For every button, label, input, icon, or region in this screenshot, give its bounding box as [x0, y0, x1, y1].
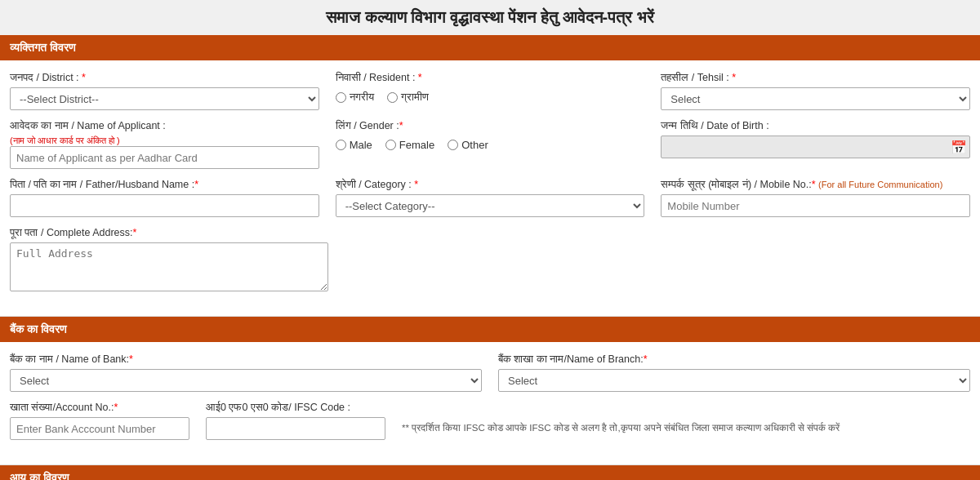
resident-gramin-label: ग्रामीण [401, 91, 429, 104]
address-label: पूरा पता / Complete Address:* [10, 227, 328, 239]
row-father-category-mobile: पिता / पति का नाम / Father/Husband Name … [10, 179, 970, 217]
gender-female-label: Female [399, 139, 434, 151]
field-ifsc: आई0 एफ0 एस0 कोड/ IFSC Code : [206, 402, 385, 440]
row-district-resident-tehsil: जनपद / District : * --Select District-- … [10, 72, 970, 110]
tehsil-select[interactable]: Select [661, 87, 970, 110]
gender-radio-group: Male Female Other [336, 139, 645, 151]
category-select[interactable]: --Select Category-- [336, 194, 645, 217]
mobile-note: (For all Future Communication) [818, 180, 942, 189]
income-section: आय का विवरण तहसीलदार द्वारा प्रदत्त आय-प… [0, 465, 980, 480]
dob-date-wrapper: 📅 [661, 136, 970, 158]
gender-other-label: Other [461, 139, 488, 151]
row-address: पूरा पता / Complete Address:* [10, 227, 970, 291]
resident-gramin-option[interactable]: ग्रामीण [387, 91, 429, 104]
bank-section-body: बैंक का नाम / Name of Bank:* Select बैंक… [0, 342, 980, 465]
ifsc-input[interactable] [206, 417, 385, 440]
dob-label: जन्म तिथि / Date of Birth : [661, 120, 970, 132]
bank-name-label: बैंक का नाम / Name of Bank:* [10, 353, 482, 366]
personal-section-header: व्यक्तिगत विवरण [0, 35, 980, 60]
branch-name-label: बैंक शाखा का नाम/Name of Branch:* [498, 353, 970, 366]
account-no-label: खाता संख्या/Account No.:* [10, 402, 189, 414]
field-gender: लिंग / Gender :* Male Female Other [336, 120, 645, 151]
calendar-icon[interactable]: 📅 [951, 140, 967, 155]
mobile-label: सम्पर्क सूत्र (मोबाइल नं) / Mobile No.:*… [661, 179, 970, 191]
applicant-name-note: (नाम जो आधार कार्ड पर अंकित हो ) [10, 136, 319, 146]
resident-gramin-radio[interactable] [387, 92, 398, 103]
field-tehsil: तहसील / Tehsil : * Select [661, 72, 970, 110]
gender-other-option[interactable]: Other [448, 139, 488, 151]
gender-male-label: Male [350, 139, 372, 151]
dob-input[interactable] [661, 136, 970, 158]
row-name-gender-dob: आवेदक का नाम / Name of Applicant : (नाम … [10, 120, 970, 169]
bank-section-header: बैंक का विवरण [0, 317, 980, 342]
father-husband-input[interactable] [10, 194, 319, 217]
gender-female-radio[interactable] [385, 140, 396, 150]
address-textarea[interactable] [10, 242, 328, 291]
field-ifsc-note: ** प्रदर्शित किया IFSC कोड आपके IFSC कोड… [402, 402, 970, 433]
bank-section: बैंक का विवरण बैंक का नाम / Name of Bank… [0, 317, 980, 465]
applicant-name-label: आवेदक का नाम / Name of Applicant : [10, 120, 319, 132]
district-select[interactable]: --Select District-- [10, 87, 319, 110]
field-branch-name: बैंक शाखा का नाम/Name of Branch:* Select [498, 353, 970, 392]
field-district: जनपद / District : * --Select District-- [10, 72, 319, 110]
gender-other-radio[interactable] [448, 140, 458, 150]
field-father-husband: पिता / पति का नाम / Father/Husband Name … [10, 179, 319, 217]
field-resident: निवासी / Resident : * नगरीय ग्रामीण [336, 72, 645, 104]
gender-male-option[interactable]: Male [336, 139, 372, 151]
ifsc-label: आई0 एफ0 एस0 कोड/ IFSC Code : [206, 402, 385, 414]
tehsil-label: तहसील / Tehsil : * [661, 72, 970, 84]
branch-name-select[interactable]: Select [498, 369, 970, 392]
account-no-input[interactable] [10, 417, 189, 440]
personal-section-body: जनपद / District : * --Select District-- … [0, 60, 980, 317]
gender-male-radio[interactable] [336, 140, 346, 150]
resident-nagrik-option[interactable]: नगरीय [336, 91, 374, 104]
field-mobile: सम्पर्क सूत्र (मोबाइल नं) / Mobile No.:*… [661, 179, 970, 217]
field-account-no: खाता संख्या/Account No.:* [10, 402, 189, 440]
gender-female-option[interactable]: Female [385, 139, 434, 151]
resident-nagrik-label: नगरीय [350, 91, 374, 104]
field-bank-name: बैंक का नाम / Name of Bank:* Select [10, 353, 482, 392]
gender-label: लिंग / Gender :* [336, 120, 645, 132]
row-account-ifsc-note: खाता संख्या/Account No.:* आई0 एफ0 एस0 को… [10, 402, 970, 440]
income-section-header: आय का विवरण [0, 465, 980, 480]
applicant-name-input[interactable] [10, 146, 319, 169]
bank-name-select[interactable]: Select [10, 369, 482, 392]
father-husband-label: पिता / पति का नाम / Father/Husband Name … [10, 179, 319, 191]
field-dob: जन्म तिथि / Date of Birth : 📅 [661, 120, 970, 158]
row-bank-branch: बैंक का नाम / Name of Bank:* Select बैंक… [10, 353, 970, 392]
district-label: जनपद / District : * [10, 72, 319, 84]
ifsc-note-text: ** प्रदर्शित किया IFSC कोड आपके IFSC कोड… [402, 423, 970, 433]
field-applicant-name: आवेदक का नाम / Name of Applicant : (नाम … [10, 120, 319, 169]
page-title: समाज कल्याण विभाग वृद्धावस्था पेंशन हेतु… [0, 0, 980, 35]
resident-radio-group: नगरीय ग्रामीण [336, 91, 645, 104]
field-address: पूरा पता / Complete Address:* [10, 227, 328, 291]
category-label: श्रेणी / Category : * [336, 179, 645, 191]
personal-section: व्यक्तिगत विवरण जनपद / District : * --Se… [0, 35, 980, 317]
resident-nagrik-radio[interactable] [336, 92, 346, 103]
field-category: श्रेणी / Category : * --Select Category-… [336, 179, 645, 217]
resident-label: निवासी / Resident : * [336, 72, 645, 84]
mobile-input[interactable] [661, 194, 970, 217]
ifsc-note-spacer [402, 402, 970, 413]
